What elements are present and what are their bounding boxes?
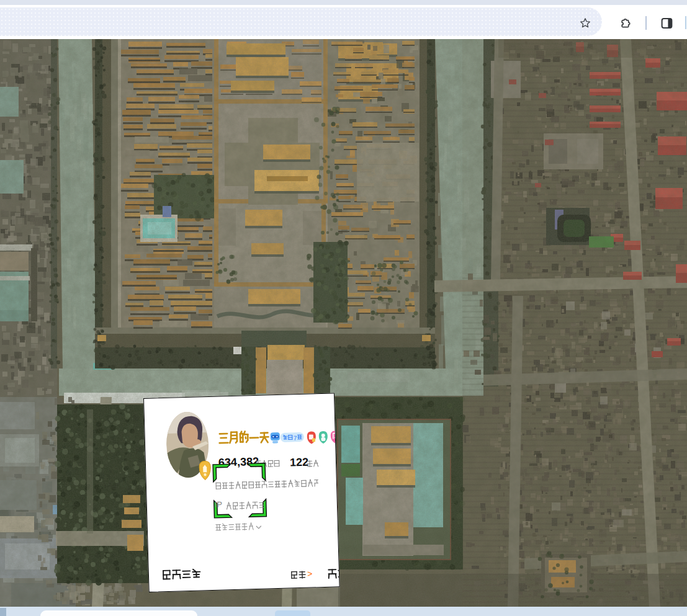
svg-text:7: 7	[294, 435, 297, 442]
